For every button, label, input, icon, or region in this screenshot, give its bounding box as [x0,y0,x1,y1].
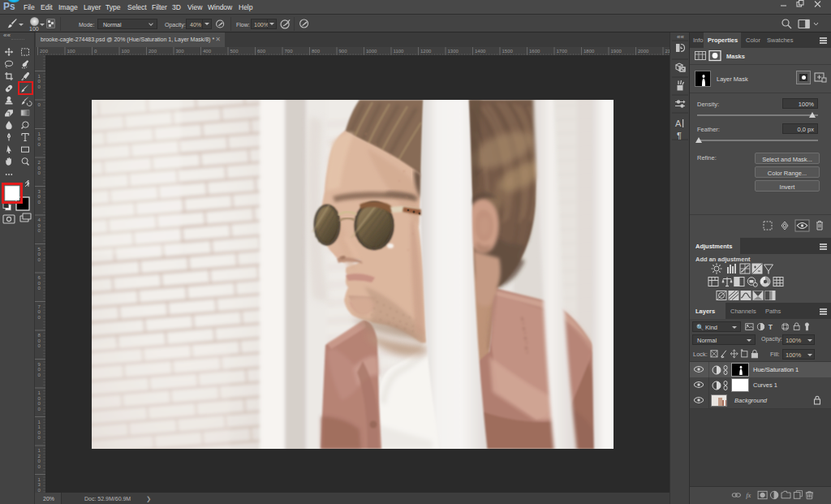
svg-text:0: 0 [38,84,41,89]
svg-text:0: 0 [38,170,41,175]
svg-text:1: 1 [38,390,41,395]
svg-text:5: 5 [38,247,41,252]
svg-text:0: 0 [38,142,41,147]
svg-text:0: 0 [38,373,41,377]
svg-text:900: 900 [339,49,348,54]
svg-text:0: 0 [38,223,41,228]
svg-text:100: 100 [67,49,76,54]
svg-text:1: 1 [38,477,41,482]
svg-text:800: 800 [312,49,321,54]
svg-text:7: 7 [38,304,41,309]
svg-text:700: 700 [285,49,294,54]
svg-text:0: 0 [38,464,41,469]
svg-text:1: 1 [38,131,41,136]
svg-text:0: 0 [38,407,41,411]
svg-text:1300: 1300 [448,49,459,54]
svg-text:9: 9 [38,362,41,367]
svg-text:0: 0 [94,49,97,54]
svg-text:0: 0 [38,401,41,406]
svg-text:¶: ¶ [677,131,682,140]
svg-text:0: 0 [38,459,41,463]
svg-text:600: 600 [257,49,266,54]
svg-text:0: 0 [38,79,41,84]
svg-text:0: 0 [38,200,41,205]
svg-text:1: 1 [38,74,41,79]
svg-text:0: 0 [38,367,41,372]
svg-text:0: 0 [38,396,41,401]
svg-text:0: 0 [38,194,41,199]
svg-text:1900: 1900 [611,49,622,54]
svg-text:0: 0 [38,166,41,170]
svg-text:2000: 2000 [638,49,649,54]
svg-text:fx: fx [746,491,751,499]
svg-text:1000: 1000 [366,49,377,54]
svg-text:0: 0 [38,228,41,233]
svg-text:0: 0 [38,252,41,256]
svg-text:0: 0 [38,343,41,348]
svg-text:T: T [769,323,773,331]
svg-text:0: 0 [38,430,41,435]
svg-text:0: 0 [38,488,41,493]
svg-text:0: 0 [38,338,41,343]
svg-text:0: 0 [38,309,41,314]
svg-text:8: 8 [38,333,41,338]
svg-text:2: 2 [38,454,41,459]
svg-text:1500: 1500 [502,49,514,54]
svg-text:200: 200 [149,49,157,54]
svg-text:500: 500 [230,49,239,54]
svg-text:1600: 1600 [529,49,540,54]
svg-text:100: 100 [122,49,131,54]
svg-text:200: 200 [40,49,49,54]
svg-text:6: 6 [38,275,41,280]
svg-text:0: 0 [38,315,41,320]
svg-text:A: A [675,118,682,128]
svg-text:0: 0 [38,136,41,141]
svg-text:400: 400 [203,49,212,54]
svg-text:1: 1 [38,420,41,424]
svg-text:3: 3 [38,482,41,487]
svg-text:3: 3 [38,189,41,194]
svg-text:1100: 1100 [394,49,405,54]
svg-text:1: 1 [38,448,41,453]
svg-text:1: 1 [38,424,41,429]
svg-text:0: 0 [38,286,41,291]
svg-text:0: 0 [38,435,41,440]
svg-text:300: 300 [176,49,185,54]
svg-text:0: 0 [38,281,41,286]
svg-text:2: 2 [38,160,41,165]
svg-text:0: 0 [38,102,41,107]
svg-text:1800: 1800 [583,49,595,54]
svg-text:4: 4 [38,218,41,222]
svg-text:1200: 1200 [420,49,432,54]
svg-text:1700: 1700 [557,49,568,54]
svg-text:1400: 1400 [475,49,486,54]
svg-text:0: 0 [38,257,41,262]
